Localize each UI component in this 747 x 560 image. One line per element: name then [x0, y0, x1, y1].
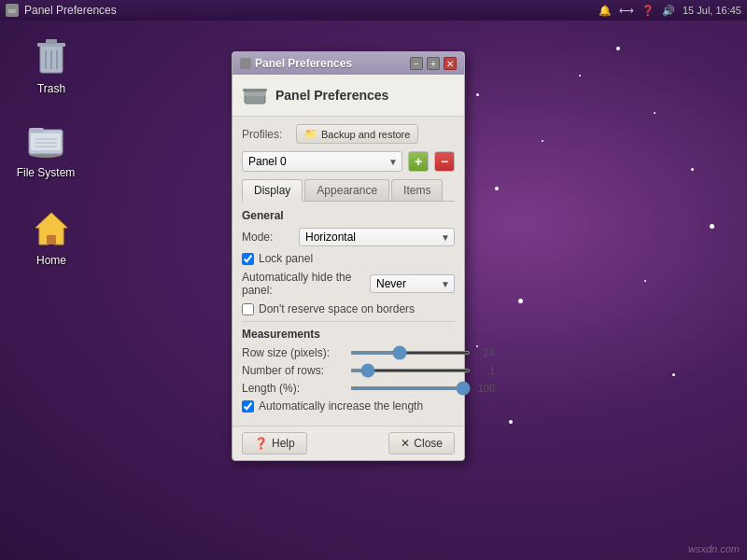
- tabs: Display Appearance Items: [242, 179, 455, 202]
- dialog-header: Panel Preferences: [233, 75, 464, 117]
- close-button[interactable]: ✕: [444, 57, 457, 70]
- dialog-header-title: Panel Preferences: [275, 88, 388, 103]
- dialog-title-left: Panel Preferences: [240, 57, 352, 70]
- taskbar-notification-icon: 🔔: [599, 5, 612, 17]
- section-divider: [242, 321, 455, 322]
- star-decor: [654, 112, 655, 114]
- auto-hide-select[interactable]: Never Always On demand: [370, 274, 455, 293]
- num-rows-row: Number of rows: 1: [242, 364, 455, 377]
- star-decor: [579, 75, 581, 77]
- num-rows-slider[interactable]: [350, 369, 471, 372]
- dialog-title-text: Panel Preferences: [255, 57, 352, 70]
- row-size-value: 24: [476, 347, 495, 358]
- row-size-row: Row size (pixels): 24: [242, 346, 455, 359]
- desktop-icon-filesystem[interactable]: File System: [13, 118, 78, 179]
- taskbar-app-icon: [6, 4, 19, 17]
- desktop: Panel Preferences 🔔 ⟷ ❓ 🔊 15 Jul, 16:45: [0, 0, 747, 560]
- row-size-label: Row size (pixels):: [242, 346, 345, 359]
- add-panel-button[interactable]: +: [408, 151, 429, 172]
- panel-selector-row: Panel 0 ▼ + −: [242, 151, 455, 172]
- dialog-menu-button[interactable]: [240, 58, 251, 69]
- backup-restore-button[interactable]: 📁 Backup and restore: [296, 124, 418, 144]
- general-section-title: General: [242, 209, 455, 222]
- reserve-space-row: Don't reserve space on borders: [242, 302, 455, 315]
- star-decor: [495, 187, 499, 190]
- minimize-button[interactable]: −: [410, 57, 423, 70]
- num-rows-label: Number of rows:: [242, 364, 345, 377]
- taskbar-left: Panel Preferences: [6, 4, 117, 17]
- lock-panel-checkbox[interactable]: [242, 253, 254, 265]
- star-decor: [710, 224, 714, 229]
- taskbar: Panel Preferences 🔔 ⟷ ❓ 🔊 15 Jul, 16:45: [0, 0, 747, 21]
- auto-length-row: Automatically increase the length: [242, 399, 455, 413]
- star-decor: [518, 299, 523, 303]
- profiles-row: Profiles: 📁 Backup and restore: [242, 124, 455, 144]
- dialog-body: Profiles: 📁 Backup and restore Panel 0 ▼…: [233, 117, 464, 426]
- svg-rect-16: [47, 235, 56, 245]
- trash-icon: [29, 34, 74, 78]
- reserve-space-label[interactable]: Don't reserve space on borders: [259, 302, 415, 315]
- star-decor: [542, 140, 543, 142]
- dialog-header-icon: [242, 82, 268, 108]
- dialog-footer: ❓ Help ✕ Close: [233, 426, 464, 460]
- trash-label: Trash: [37, 82, 65, 95]
- measurements-section-title: Measurements: [242, 328, 455, 341]
- star-decor: [691, 168, 694, 171]
- dialog-titlebar[interactable]: Panel Preferences − + ✕: [233, 52, 464, 75]
- svg-rect-18: [245, 92, 265, 96]
- filesystem-label: File System: [17, 166, 76, 179]
- svg-rect-11: [31, 133, 61, 150]
- star-decor: [476, 93, 479, 96]
- help-icon: ❓: [254, 437, 268, 450]
- length-label: Length (%):: [242, 382, 345, 395]
- taskbar-volume-icon: 🔊: [662, 5, 675, 17]
- length-slider[interactable]: [350, 386, 471, 390]
- help-button[interactable]: ❓ Help: [242, 432, 307, 455]
- auto-hide-label: Automatically hide the panel:: [242, 271, 364, 297]
- num-rows-value: 1: [476, 365, 495, 376]
- length-value: 100: [476, 383, 495, 394]
- panel-preferences-dialog: Panel Preferences − + ✕ Panel Preference…: [232, 51, 465, 461]
- taskbar-help-icon: ❓: [641, 5, 655, 17]
- tab-items[interactable]: Items: [391, 179, 443, 201]
- maximize-button[interactable]: +: [427, 57, 440, 70]
- home-label: Home: [36, 254, 66, 267]
- desktop-icon-trash[interactable]: Trash: [19, 34, 84, 95]
- star-decor: [672, 373, 675, 376]
- svg-rect-19: [243, 89, 267, 91]
- star-decor: [509, 420, 513, 424]
- desktop-icon-home[interactable]: Home: [19, 205, 84, 267]
- backup-icon: 📁: [304, 128, 317, 140]
- filesystem-icon: [23, 118, 68, 162]
- taskbar-title: Panel Preferences: [24, 4, 117, 17]
- profiles-label: Profiles:: [242, 128, 289, 141]
- remove-panel-button[interactable]: −: [434, 151, 455, 172]
- mode-select[interactable]: Horizontal Vertical: [299, 228, 455, 246]
- home-icon: [29, 205, 74, 250]
- auto-length-checkbox[interactable]: [242, 400, 254, 413]
- svg-rect-1: [9, 7, 15, 9]
- row-size-slider[interactable]: [350, 351, 471, 355]
- lock-panel-row: Lock panel: [242, 252, 455, 265]
- auto-length-label[interactable]: Automatically increase the length: [259, 399, 423, 413]
- close-dialog-button[interactable]: ✕ Close: [388, 432, 455, 455]
- mode-row: Mode: Horizontal Vertical ▼: [242, 228, 455, 246]
- close-x-icon: ✕: [401, 437, 410, 450]
- panel-select[interactable]: Panel 0: [242, 151, 402, 172]
- taskbar-network-icon: ⟷: [619, 5, 634, 17]
- star-decor: [616, 47, 620, 50]
- reserve-space-checkbox[interactable]: [242, 303, 254, 315]
- watermark: wsxdn.com: [688, 543, 740, 554]
- taskbar-time: 15 Jul, 16:45: [683, 5, 741, 16]
- length-row: Length (%): 100: [242, 382, 455, 395]
- lock-panel-label[interactable]: Lock panel: [259, 252, 313, 265]
- tab-display[interactable]: Display: [242, 179, 303, 202]
- mode-select-wrapper: Horizontal Vertical ▼: [299, 228, 455, 246]
- auto-hide-row: Automatically hide the panel: Never Alwa…: [242, 271, 455, 297]
- taskbar-right: 🔔 ⟷ ❓ 🔊 15 Jul, 16:45: [599, 5, 741, 17]
- mode-label: Mode:: [242, 231, 293, 244]
- dialog-controls: − + ✕: [410, 57, 457, 70]
- tab-appearance[interactable]: Appearance: [304, 179, 389, 201]
- panel-select-wrapper: Panel 0 ▼: [242, 151, 402, 172]
- svg-rect-4: [46, 39, 57, 44]
